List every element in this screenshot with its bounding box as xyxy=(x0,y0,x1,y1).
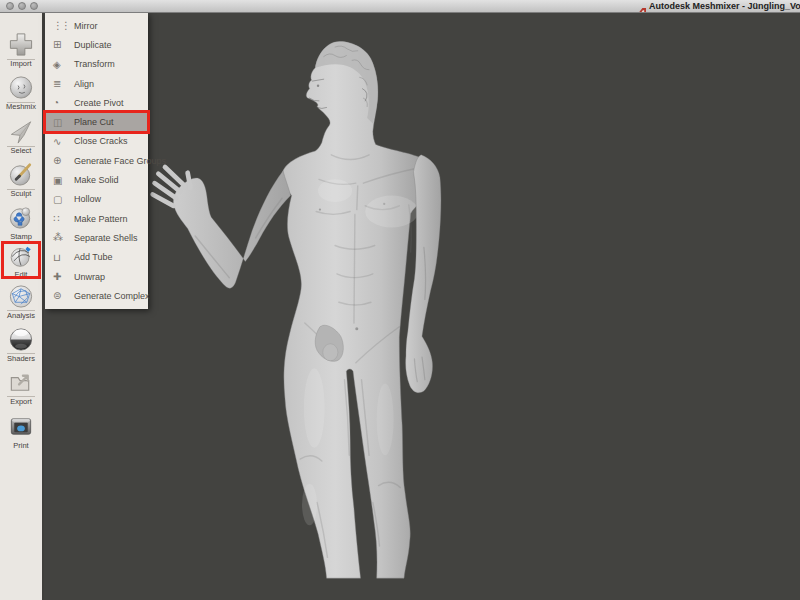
sidebar-item-label: Select xyxy=(0,146,42,155)
window-titlebar: Autodesk Meshmixer - Jüngling_Vom_M xyxy=(0,0,800,13)
menu-item-label: Hollow xyxy=(74,194,101,204)
menu-item-label: Add Tube xyxy=(74,252,113,262)
sidebar-item-label: Print xyxy=(0,441,42,450)
close-window-button[interactable] xyxy=(6,2,14,10)
menu-item-label: Duplicate xyxy=(74,40,112,50)
sidebar-item-label: Shaders xyxy=(0,354,42,363)
menu-item-icon: ▣ xyxy=(53,175,74,186)
print-3d-printer-icon xyxy=(0,413,42,440)
menu-item-icon: ∿ xyxy=(53,136,74,147)
sidebar-item-sculpt[interactable]: Sculpt xyxy=(0,161,42,198)
sidebar-item-meshmix[interactable]: Meshmix xyxy=(0,74,42,111)
sidebar-item-label: Edit xyxy=(0,270,42,279)
menu-item-label: Close Cracks xyxy=(74,136,128,146)
menu-item-icon: ⋮⋮ xyxy=(53,20,74,31)
menu-item-label: Separate Shells xyxy=(74,233,138,243)
menu-item-icon: ⊕ xyxy=(53,155,74,166)
sidebar-separator xyxy=(7,146,35,147)
sidebar-separator xyxy=(7,310,35,311)
menu-item-separate-shells[interactable]: ⁂Separate Shells xyxy=(45,228,148,247)
sidebar-item-shaders[interactable]: Shaders xyxy=(0,326,42,363)
minimize-window-button[interactable] xyxy=(18,2,26,10)
menu-item-add-tube[interactable]: ⊔Add Tube xyxy=(45,248,148,267)
sidebar-item-label: Stamp xyxy=(0,232,42,241)
menu-item-icon: ▢ xyxy=(53,194,74,205)
menu-item-label: Generate Face Groups xyxy=(74,156,166,166)
menu-item-create-pivot[interactable]: ◔Create Pivot xyxy=(45,93,148,112)
menu-item-label: Generate Complex xyxy=(74,291,150,301)
menu-item-unwrap[interactable]: ✚Unwrap xyxy=(45,267,148,286)
menu-item-close-cracks[interactable]: ∿Close Cracks xyxy=(45,132,148,151)
sidebar-item-export[interactable]: Export xyxy=(0,369,42,406)
menu-item-label: Make Pattern xyxy=(74,214,128,224)
sidebar-item-edit[interactable]: Edit xyxy=(0,244,42,279)
sidebar-item-select[interactable]: Select xyxy=(0,118,42,155)
menu-item-label: Make Solid xyxy=(74,175,119,185)
sidebar-separator xyxy=(7,189,35,190)
menu-item-align[interactable]: ≣Align xyxy=(45,74,148,93)
import-plus-icon xyxy=(0,31,42,58)
zoom-window-button[interactable] xyxy=(30,2,38,10)
menu-item-generate-complex[interactable]: ⊜Generate Complex xyxy=(45,286,148,305)
analysis-mesh-sphere-icon xyxy=(0,283,42,310)
sidebar-item-stamp[interactable]: Stamp xyxy=(0,204,42,241)
sidebar-item-label: Analysis xyxy=(0,311,42,320)
edit-sphere-icon xyxy=(0,244,42,269)
sidebar-item-label: Meshmix xyxy=(0,102,42,111)
menu-item-label: Create Pivot xyxy=(74,98,124,108)
menu-item-icon: ✚ xyxy=(53,271,74,282)
menu-item-icon: ◈ xyxy=(53,59,74,70)
sculpt-brush-sphere-icon xyxy=(0,161,42,188)
menu-item-icon: ⊜ xyxy=(53,290,74,301)
menu-item-transform[interactable]: ◈Transform xyxy=(45,55,148,74)
menu-item-make-solid[interactable]: ▣Make Solid xyxy=(45,170,148,189)
select-arrow-icon xyxy=(0,118,42,145)
meshmix-sphere-icon xyxy=(0,74,42,101)
menu-item-label: Unwrap xyxy=(74,272,105,282)
sidebar-item-import[interactable]: Import xyxy=(0,31,42,68)
sidebar-separator xyxy=(7,353,35,354)
autodesk-logo-icon xyxy=(637,2,646,13)
menu-item-make-pattern[interactable]: ∷Make Pattern xyxy=(45,209,148,228)
sidebar-separator xyxy=(7,396,35,397)
sidebar-item-label: Import xyxy=(0,59,42,68)
menu-item-icon: ⊔ xyxy=(53,252,74,263)
sidebar-item-label: Sculpt xyxy=(0,189,42,198)
window-title: Autodesk Meshmixer - Jüngling_Vom_M xyxy=(649,0,800,12)
menu-item-plane-cut[interactable]: ◫Plane Cut xyxy=(45,112,148,131)
sidebar-separator xyxy=(7,102,35,103)
menu-item-label: Align xyxy=(74,79,94,89)
stamp-sphere-icon xyxy=(0,204,42,231)
export-folder-icon xyxy=(0,369,42,396)
sidebar-item-label: Export xyxy=(0,397,42,406)
menu-item-icon: ◔ xyxy=(53,97,74,108)
menu-item-icon: ∷ xyxy=(53,213,74,224)
menu-item-label: Plane Cut xyxy=(74,117,114,127)
menu-item-mirror[interactable]: ⋮⋮Mirror xyxy=(45,16,148,35)
menu-item-icon: ≣ xyxy=(53,78,74,89)
sidebar-separator xyxy=(7,59,35,60)
toolbar-sidebar: ImportMeshmixSelectSculptStampEditAnalys… xyxy=(0,12,44,600)
menu-item-label: Transform xyxy=(74,59,115,69)
menu-item-icon: ⁂ xyxy=(53,232,74,243)
menu-item-icon: ◫ xyxy=(53,117,74,128)
edit-menu: ⋮⋮Mirror⊞Duplicate◈Transform≣Align◔Creat… xyxy=(45,13,148,309)
statue-model[interactable] xyxy=(44,12,800,600)
shaders-chrome-sphere-icon xyxy=(0,326,42,353)
menu-item-hollow[interactable]: ▢Hollow xyxy=(45,190,148,209)
viewport-canvas[interactable] xyxy=(44,12,800,600)
menu-item-icon: ⊞ xyxy=(53,39,74,50)
sidebar-item-print[interactable]: Print xyxy=(0,413,42,450)
menu-item-duplicate[interactable]: ⊞Duplicate xyxy=(45,35,148,54)
menu-item-generate-face-groups[interactable]: ⊕Generate Face Groups xyxy=(45,151,148,170)
sidebar-item-analysis[interactable]: Analysis xyxy=(0,283,42,320)
menu-item-label: Mirror xyxy=(74,21,98,31)
